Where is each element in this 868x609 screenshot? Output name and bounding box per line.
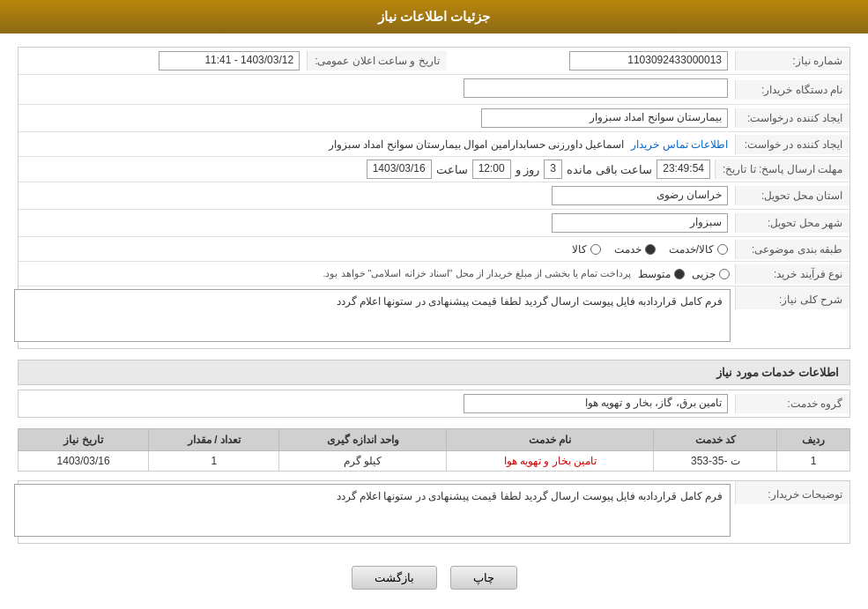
- city-label: شهر محل تحویل:: [735, 213, 849, 233]
- service-group-label: گروه خدمت:: [735, 394, 849, 413]
- radio-kala-icon: [590, 244, 601, 255]
- process-jazvi-label: جزیی: [692, 268, 716, 280]
- requester-row: ایجاد کننده در خواست: اطلاعات تماس خریدا…: [19, 132, 849, 157]
- col-name: نام خدمت: [447, 429, 654, 451]
- province-value: خراسان رضوی: [552, 186, 728, 205]
- buyer-desc-label: توضیحات خریدار:: [735, 481, 849, 504]
- cell-quantity: 1: [149, 451, 279, 472]
- col-quantity: تعداد / مقدار: [149, 429, 279, 451]
- response-deadline-content: 23:49:54 ساعت باقی مانده 3 روز و 12:00 س…: [19, 157, 715, 182]
- col-row: ردیف: [777, 429, 850, 451]
- buyer-desc-section: توضیحات خریدار: فرم کامل قراردادبه فایل …: [18, 480, 850, 544]
- remaining-label: ساعت باقی مانده: [567, 163, 652, 176]
- requester-value: اسماعیل داورزنی حسابدارامین اموال بیمارس…: [329, 138, 624, 151]
- time-static: ساعت: [436, 163, 468, 176]
- process-jazvi-option[interactable]: جزیی: [692, 268, 730, 280]
- category-kala-option[interactable]: کالا: [572, 243, 601, 256]
- radio-motavaset-icon: [674, 269, 685, 279]
- radio-jazvi-icon: [719, 269, 730, 279]
- need-desc-value: فرم کامل قراردادبه فایل پیوست ارسال گردی…: [14, 289, 731, 342]
- cell-unit: کیلو گرم: [279, 451, 447, 472]
- category-radio-group: کالا/خدمت خدمت کالا: [19, 240, 735, 259]
- response-days-value: 3: [544, 160, 562, 179]
- table-row: 1 ت -35-353 تامین بخار و تهویه هوا کیلو …: [19, 451, 850, 472]
- col-code: کد خدمت: [654, 429, 777, 451]
- process-content: جزیی متوسط پرداخت تمام یا بخشی از مبلغ خ…: [19, 266, 735, 282]
- back-button[interactable]: بازگشت: [352, 566, 437, 590]
- cell-code: ت -35-353: [654, 451, 777, 472]
- category-kala-khedmat-label: کالا/خدمت: [669, 243, 714, 256]
- category-label: طبقه بندی موضوعی:: [735, 240, 849, 259]
- response-remaining-value: 23:49:54: [657, 160, 710, 179]
- need-number-row: شماره نیاز: 1103092433000013 تاریخ و ساع…: [19, 48, 849, 75]
- button-row: چاپ بازگشت: [18, 557, 850, 598]
- process-row: نوع فرآیند خرید: جزیی متوسط پرداخت تمام …: [19, 262, 849, 286]
- city-row: شهر محل تحویل: سبزوار: [19, 210, 849, 237]
- page-header: جزئیات اطلاعات نیاز: [0, 0, 868, 33]
- need-desc-row: شرح کلی نیاز: فرم کامل قراردادبه فایل پی…: [19, 286, 849, 348]
- province-label: استان محل تحویل:: [735, 186, 849, 205]
- creator-row: ایجاد کننده درخواست: بیمارستان سوانح امد…: [19, 105, 849, 132]
- need-desc-label: شرح کلی نیاز:: [735, 286, 849, 309]
- need-number-label: شماره نیاز:: [735, 51, 849, 71]
- buyer-org-value: [464, 78, 728, 98]
- category-khedmat-label: خدمت: [614, 243, 642, 256]
- services-section-title: اطلاعات خدمات مورد نیاز: [18, 360, 850, 385]
- process-motavaset-label: متوسط: [638, 268, 671, 280]
- province-row: استان محل تحویل: خراسان رضوی: [19, 182, 849, 210]
- buyer-org-label: نام دستگاه خریدار:: [735, 80, 849, 100]
- service-group-value: تامین برق، گاز، بخار و تهویه هوا: [464, 394, 728, 413]
- buyer-desc-row: توضیحات خریدار: فرم کامل قراردادبه فایل …: [19, 481, 849, 543]
- announce-date-value: 1403/03/12 - 11:41: [159, 51, 300, 71]
- print-button[interactable]: چاپ: [450, 566, 517, 590]
- contact-link[interactable]: اطلاعات تماس خریدار: [631, 138, 728, 151]
- radio-kala-khedmat-icon: [717, 244, 728, 255]
- process-label: نوع فرآیند خرید:: [735, 264, 849, 284]
- cell-date: 1403/03/16: [19, 451, 149, 472]
- main-info-section: شماره نیاز: 1103092433000013 تاریخ و ساع…: [18, 47, 850, 349]
- category-row: طبقه بندی موضوعی: کالا/خدمت خدمت کالا: [19, 237, 849, 262]
- radio-khedmat-icon: [645, 244, 656, 255]
- need-desc-wrapper: فرم کامل قراردادبه فایل پیوست ارسال گردی…: [19, 286, 735, 345]
- response-deadline-row: مهلت ارسال پاسخ: تا تاریخ: 23:49:54 ساعت…: [19, 157, 849, 182]
- col-date: تاریخ نیاز: [19, 429, 149, 451]
- requester-label: ایجاد کننده در خواست:: [735, 135, 849, 154]
- col-unit: واحد اندازه گیری: [279, 429, 447, 451]
- days-label: روز و: [516, 163, 540, 176]
- page-title: جزئیات اطلاعات نیاز: [378, 9, 490, 24]
- process-motavaset-option[interactable]: متوسط: [638, 268, 685, 280]
- category-kala-label: کالا: [572, 243, 587, 256]
- city-value: سبزوار: [552, 213, 728, 233]
- response-deadline-label: مهلت ارسال پاسخ: تا تاریخ:: [715, 160, 849, 179]
- table-header-row: ردیف کد خدمت نام خدمت واحد اندازه گیری ت…: [19, 429, 850, 451]
- process-note: پرداخت تمام یا بخشی از مبلغ خریدار از مح…: [323, 268, 631, 279]
- category-kala-khedmat-option[interactable]: کالا/خدمت: [669, 243, 728, 256]
- cell-name: تامین بخار و تهویه هوا: [447, 451, 654, 472]
- response-time-value: 12:00: [472, 160, 511, 179]
- buyer-org-row: نام دستگاه خریدار:: [19, 75, 849, 105]
- service-group-row: گروه خدمت: تامین برق، گاز، بخار و تهویه …: [19, 390, 849, 417]
- buyer-desc-value: فرم کامل قراردادبه فایل پیوست ارسال گردی…: [14, 484, 731, 537]
- buyer-desc-wrapper: فرم کامل قراردادبه فایل پیوست ارسال گردی…: [19, 481, 735, 539]
- creator-label: ایجاد کننده درخواست:: [735, 108, 849, 128]
- services-table: ردیف کد خدمت نام خدمت واحد اندازه گیری ت…: [18, 428, 850, 472]
- service-group-section: گروه خدمت: تامین برق، گاز، بخار و تهویه …: [18, 390, 850, 418]
- need-number-value: 1103092433000013: [569, 51, 728, 71]
- response-date-value: 1403/03/16: [367, 160, 432, 179]
- cell-row: 1: [777, 451, 850, 472]
- creator-value: بیمارستان سوانح امداد سبزوار: [481, 108, 728, 128]
- category-khedmat-option[interactable]: خدمت: [614, 243, 656, 256]
- announce-date-label: تاریخ و ساعت اعلان عمومی:: [307, 51, 447, 71]
